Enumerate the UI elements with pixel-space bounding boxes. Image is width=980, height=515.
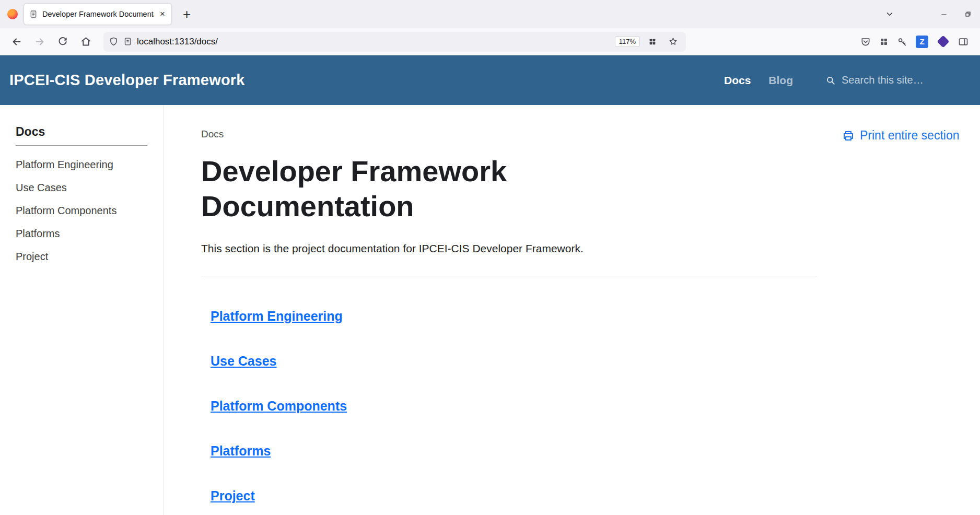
tab-page-icon: [29, 10, 38, 18]
browser-tab[interactable]: Developer Framework Documentation ×: [24, 4, 171, 25]
toolbar-addons: Z: [860, 36, 969, 48]
forward-arrow-icon: [34, 36, 45, 48]
page-body: Docs Platform Engineering Use Cases Plat…: [0, 105, 980, 515]
back-arrow-icon: [11, 36, 22, 48]
tab-close-icon[interactable]: ×: [159, 9, 166, 19]
pocket-icon[interactable]: [860, 37, 871, 47]
url-bar[interactable]: localhost:1313/docs/ 117%: [103, 32, 686, 52]
password-key-icon[interactable]: [897, 37, 907, 47]
search-input[interactable]: [841, 74, 955, 87]
z-extension-icon[interactable]: Z: [916, 36, 928, 48]
nav-link-blog[interactable]: Blog: [768, 74, 793, 87]
sidebar-toggle-icon[interactable]: [958, 37, 969, 47]
sidebar-item-platforms[interactable]: Platforms: [16, 222, 147, 245]
doc-link-project[interactable]: Project: [211, 488, 255, 504]
doc-link-platform-components[interactable]: Platform Components: [211, 399, 347, 414]
content-divider: [201, 276, 817, 276]
sidebar-item-project[interactable]: Project: [16, 245, 147, 268]
print-link-label: Print entire section: [860, 128, 959, 143]
main-content: Docs Developer Framework Documentation T…: [164, 105, 817, 515]
home-icon: [80, 36, 91, 47]
minimize-icon: [940, 10, 948, 18]
sidebar-heading[interactable]: Docs: [16, 125, 147, 146]
firefox-icon: [7, 9, 18, 19]
url-text[interactable]: localhost:1313/docs/: [137, 37, 610, 47]
window-controls: [878, 0, 980, 28]
minimize-button[interactable]: [932, 0, 956, 28]
sidebar-nav-list: Platform Engineering Use Cases Platform …: [16, 153, 147, 268]
home-button[interactable]: [75, 32, 96, 52]
search-icon: [825, 75, 836, 86]
zoom-level-button[interactable]: 117%: [615, 36, 640, 47]
page-title: Developer Framework Documentation: [201, 154, 614, 224]
restore-window-button[interactable]: [956, 0, 980, 28]
list-tabs-button[interactable]: [878, 0, 902, 28]
right-sidebar: Print entire section: [817, 105, 980, 515]
new-tab-button[interactable]: +: [179, 6, 195, 22]
bookmark-star-icon[interactable]: [665, 34, 681, 50]
site-search: [825, 74, 966, 87]
chevron-down-icon: [885, 9, 894, 19]
restore-window-icon: [964, 10, 972, 18]
intro-text: This section is the project documentatio…: [201, 242, 817, 255]
containers-grid-icon[interactable]: [645, 34, 660, 50]
doc-link-platforms[interactable]: Platforms: [211, 443, 271, 459]
reload-button[interactable]: [52, 32, 73, 52]
doc-link-platform-engineering[interactable]: Platform Engineering: [211, 309, 343, 324]
tab-title: Developer Framework Documentation: [42, 10, 154, 18]
back-button[interactable]: [6, 32, 27, 52]
extensions-icon[interactable]: [879, 37, 889, 46]
reload-icon: [57, 37, 68, 47]
sidebar-item-platform-components[interactable]: Platform Components: [16, 199, 147, 222]
purple-extension-icon[interactable]: [937, 37, 950, 46]
doc-link-use-cases[interactable]: Use Cases: [211, 354, 276, 369]
printer-icon: [842, 130, 855, 142]
site-nav: Docs Blog: [724, 74, 966, 87]
forward-button[interactable]: [29, 32, 50, 52]
browser-toolbar: localhost:1313/docs/ 117%: [0, 28, 980, 55]
section-link-list: Platform Engineering Use Cases Platform …: [201, 309, 817, 504]
print-section-link[interactable]: Print entire section: [842, 128, 959, 143]
docs-sidebar: Docs Platform Engineering Use Cases Plat…: [0, 105, 164, 515]
sidebar-item-use-cases[interactable]: Use Cases: [16, 176, 147, 199]
browser-tab-strip: Developer Framework Documentation × +: [0, 0, 980, 28]
sidebar-item-platform-engineering[interactable]: Platform Engineering: [16, 153, 147, 176]
nav-link-docs[interactable]: Docs: [724, 74, 751, 87]
site-brand[interactable]: IPCEI-CIS Developer Framework: [9, 72, 245, 89]
site-header: IPCEI-CIS Developer Framework Docs Blog: [0, 55, 980, 105]
breadcrumb[interactable]: Docs: [201, 128, 817, 140]
shield-icon[interactable]: [109, 37, 119, 46]
page-info-icon[interactable]: [123, 37, 132, 46]
